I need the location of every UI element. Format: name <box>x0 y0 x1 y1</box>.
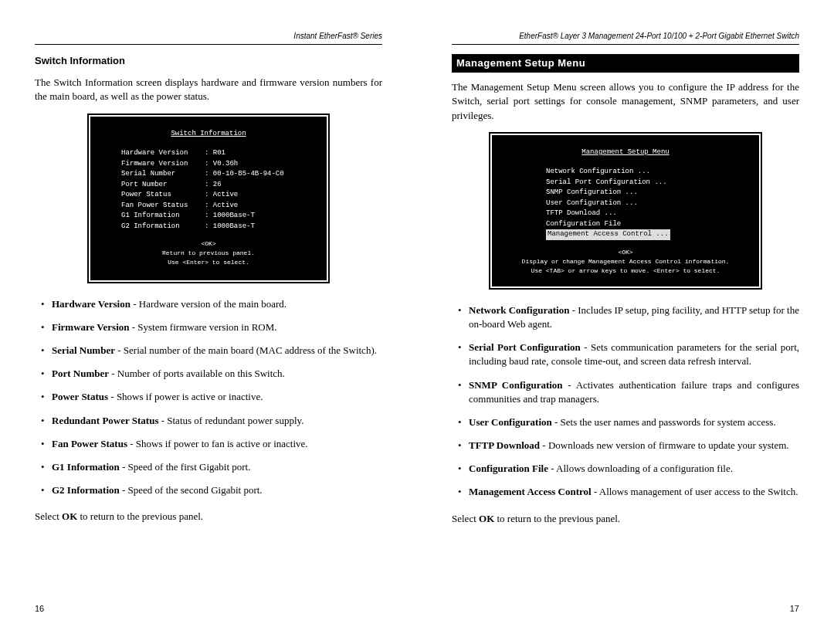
bullet-item: TFTP Download - Downloads new version of… <box>461 439 799 452</box>
bullet-term: Configuration File <box>469 463 548 474</box>
section-band-right: Management Setup Menu <box>452 54 799 73</box>
ss-body: Network Configuration ...Serial Port Con… <box>546 167 751 240</box>
bullet-desc: - Number of ports available on this Swit… <box>109 368 285 379</box>
bullet-item: Serial Number - Serial number of the mai… <box>44 344 382 358</box>
header-right: EtherFast® Layer 3 Management 24-Port 10… <box>452 31 799 42</box>
menu-item: Network Configuration ... <box>546 167 751 178</box>
bullet-term: TFTP Download <box>469 439 540 451</box>
ss-footer: <OK> Return to previous panel. Use <Ente… <box>98 239 319 267</box>
header-left: Instant EtherFast® Series <box>35 31 382 42</box>
menu-item: Configuration File <box>546 219 751 230</box>
bullet-item: Fan Power Status - Shows if power to fan… <box>44 437 382 451</box>
bullet-term: Management Access Control <box>469 486 592 497</box>
menu-item-highlighted: Management Access Control ... <box>546 229 670 240</box>
bullet-item: Configuration File - Allows downloading … <box>461 462 799 476</box>
ss-body: Hardware Version : R01 Firmware Version … <box>121 148 319 232</box>
bullet-list-right: Network Configuration - Includes IP setu… <box>452 303 799 509</box>
bullet-desc: - System firmware version in ROM. <box>130 321 277 333</box>
bullet-desc: - Allows downloading of a configuration … <box>548 463 733 474</box>
bullet-item: G1 Information - Speed of the first Giga… <box>44 460 382 474</box>
bullet-desc: - Downloads new version of firmware to u… <box>540 439 788 451</box>
bullet-item: Power Status - Shows if power is active … <box>44 390 382 404</box>
bullet-item: Management Access Control - Allows manag… <box>461 485 799 499</box>
left-page: Instant EtherFast® Series Switch Informa… <box>0 31 417 613</box>
bullet-term: Power Status <box>52 391 108 402</box>
bullet-item: Network Configuration - Includes IP setu… <box>461 303 799 331</box>
ss-title: Switch Information <box>98 129 319 140</box>
bullet-item: Redundant Power Status - Status of redun… <box>44 414 382 428</box>
bullet-desc: - Serial number of the main board (MAC a… <box>115 344 377 356</box>
bullet-term: Firmware Version <box>52 321 130 333</box>
bullet-item: Port Number - Number of ports available … <box>44 367 382 381</box>
closing-left: Select OK to return to the previous pane… <box>35 510 382 524</box>
right-page: EtherFast® Layer 3 Management 24-Port 10… <box>417 31 834 613</box>
bullet-desc: - Speed of the second Gigabit port. <box>120 484 263 496</box>
bullet-desc: - Shows if power to fan is active or ina… <box>127 438 308 449</box>
bullet-desc: - Hardware version of the main board. <box>131 298 286 310</box>
bullet-term: Serial Number <box>52 344 115 356</box>
bullet-term: User Configuration <box>469 416 552 428</box>
bullet-term: Hardware Version <box>52 298 131 310</box>
divider <box>452 44 799 45</box>
intro-right: The Management Setup Menu screen allows … <box>452 80 799 123</box>
bullet-term: G1 Information <box>52 461 120 473</box>
management-menu-screenshot: Management Setup Menu Network Configurat… <box>490 134 761 288</box>
bullet-item: Firmware Version - System firmware versi… <box>44 320 382 334</box>
bullet-desc: - Sets the user names and passwords for … <box>552 416 776 428</box>
bullet-desc: - Status of redundant power supply. <box>158 415 303 426</box>
bullet-term: Network Configuration <box>469 304 569 316</box>
bullet-item: Serial Port Configuration - Sets communi… <box>461 341 799 368</box>
bullet-desc: - Speed of the first Gigabit port. <box>120 461 251 473</box>
bullet-desc: - Shows if power is active or inactive. <box>108 391 263 402</box>
page-number-left: 16 <box>35 603 44 615</box>
divider <box>35 44 382 45</box>
closing-right: Select OK to return to the previous pane… <box>452 512 799 526</box>
bullet-item: Hardware Version - Hardware version of t… <box>44 297 382 311</box>
bullet-term: Port Number <box>52 368 109 379</box>
bullet-list-left: Hardware Version - Hardware version of t… <box>35 297 382 507</box>
bullet-desc: - Allows management of user access to th… <box>592 486 798 497</box>
bullet-term: Fan Power Status <box>52 438 127 449</box>
menu-item: TFTP Download ... <box>546 208 751 219</box>
bullet-item: SNMP Configuration - Activates authentic… <box>461 378 799 406</box>
bullet-item: G2 Information - Speed of the second Gig… <box>44 483 382 497</box>
bullet-term: Redundant Power Status <box>52 415 158 426</box>
menu-item: User Configuration ... <box>546 198 751 209</box>
ss-footer: <OK> Display or change Management Access… <box>500 248 751 276</box>
ss-title: Management Setup Menu <box>500 147 751 158</box>
menu-item: SNMP Configuration ... <box>546 188 751 198</box>
bullet-item: User Configuration - Sets the user names… <box>461 415 799 429</box>
bullet-term: G2 Information <box>52 484 120 496</box>
bullet-term: Serial Port Configuration <box>469 341 581 353</box>
section-title-left: Switch Information <box>35 54 382 68</box>
page-number-right: 17 <box>790 603 799 615</box>
bullet-term: SNMP Configuration <box>469 379 563 391</box>
switch-info-screenshot: Switch Information Hardware Version : R0… <box>89 115 328 282</box>
intro-left: The Switch Information screen displays h… <box>35 76 382 103</box>
menu-item: Serial Port Configuration ... <box>546 178 751 188</box>
